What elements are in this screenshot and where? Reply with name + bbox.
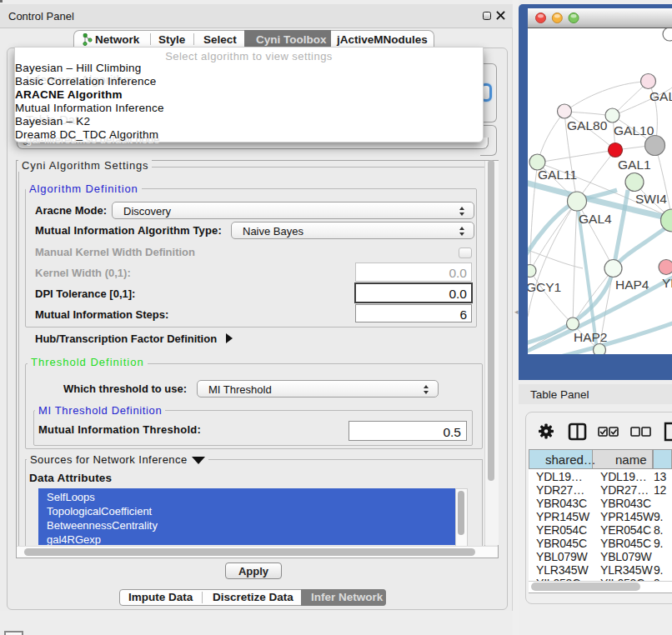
svg-text:GAL11: GAL11 <box>538 168 577 182</box>
svg-text:HAP2: HAP2 <box>574 330 608 344</box>
svg-text:YM: YM <box>662 276 672 290</box>
svg-text:GAL4: GAL4 <box>579 212 612 226</box>
svg-text:SWI4: SWI4 <box>635 192 667 206</box>
svg-text:GAL1: GAL1 <box>618 158 651 172</box>
svg-text:GAL10: GAL10 <box>614 123 654 138</box>
svg-text:GAL7: GAL7 <box>649 89 672 103</box>
svg-text:HAP4: HAP4 <box>615 278 649 292</box>
svg-text:GCY1: GCY1 <box>528 280 561 294</box>
svg-text:GAL80: GAL80 <box>567 118 608 132</box>
